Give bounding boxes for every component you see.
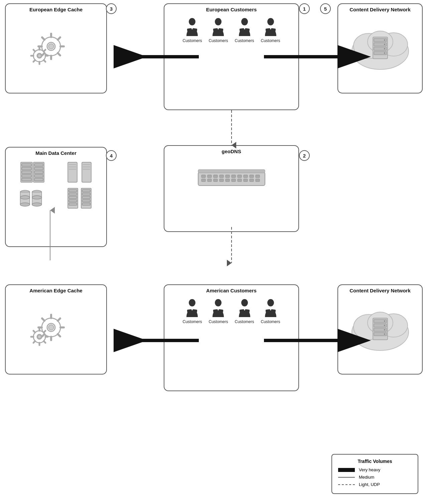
svg-rect-91	[69, 190, 77, 192]
svg-point-167	[384, 320, 385, 322]
person-icon-2	[211, 18, 226, 38]
svg-rect-106	[214, 175, 218, 178]
svg-rect-122	[250, 179, 254, 182]
light-udp-label: Light, UDP	[359, 482, 380, 487]
light-udp-line	[338, 484, 355, 485]
svg-rect-93	[69, 196, 77, 199]
person-icon-a3	[237, 299, 252, 319]
svg-rect-117	[220, 179, 224, 182]
legend-very-heavy: Very heavy	[338, 467, 412, 472]
svg-line-35	[44, 60, 45, 62]
person-label-1: Customers	[182, 38, 202, 43]
medium-line	[338, 477, 355, 478]
svg-rect-99	[82, 196, 90, 199]
person-a2: Customers	[208, 299, 228, 324]
svg-line-24	[58, 53, 60, 55]
diagram-container: European Edge Cache	[0, 0, 425, 504]
svg-rect-67	[22, 178, 31, 181]
svg-rect-75	[69, 164, 76, 165]
svg-point-58	[384, 39, 385, 41]
person-icon-3	[237, 18, 252, 38]
svg-point-169	[384, 329, 385, 330]
person-a4: Customers	[261, 299, 280, 324]
svg-point-46	[267, 18, 274, 25]
svg-point-149	[215, 299, 222, 306]
geodns-title: geoDNS	[164, 146, 298, 156]
american-customers-title: American Customers	[164, 285, 298, 295]
american-customers-content: Customers Customers Customers	[164, 295, 298, 328]
svg-rect-115	[207, 179, 211, 182]
person-label-a2: Customers	[208, 319, 228, 324]
databases	[19, 187, 46, 210]
svg-rect-66	[22, 175, 31, 177]
person-label-2: Customers	[208, 38, 228, 43]
cdn-bottom-title: Content Delivery Network	[338, 285, 422, 295]
server-rack-1	[19, 161, 46, 184]
svg-rect-69	[34, 164, 43, 166]
cdn-bottom-box: Content Delivery Network	[337, 284, 423, 374]
person-a1: Customers	[182, 299, 202, 324]
circle-4: 4	[106, 150, 117, 161]
svg-rect-112	[250, 175, 254, 178]
svg-line-141	[33, 331, 35, 332]
person-label-4: Customers	[261, 38, 280, 43]
svg-rect-104	[201, 175, 205, 178]
svg-rect-95	[69, 203, 77, 205]
geodns-box: geoDNS	[164, 145, 299, 232]
svg-rect-120	[238, 179, 242, 182]
european-customers-title: European Customers	[164, 4, 298, 14]
person-icon-a2	[211, 299, 226, 319]
svg-rect-77	[69, 169, 76, 170]
american-edge-cache-title: American Edge Cache	[6, 285, 106, 295]
svg-point-43	[241, 18, 248, 25]
svg-point-61	[384, 52, 385, 54]
svg-rect-70	[34, 167, 43, 170]
person-a3: Customers	[235, 299, 254, 324]
svg-rect-72	[34, 175, 43, 177]
legend-box: Traffic Volumes Very heavy Medium Light,…	[331, 454, 418, 494]
svg-line-131	[58, 318, 60, 321]
cdn-bottom-icon	[347, 299, 414, 355]
svg-line-23	[42, 53, 44, 55]
svg-rect-111	[244, 175, 248, 178]
svg-point-85	[20, 196, 30, 199]
svg-point-134	[48, 325, 54, 330]
geodns-content	[164, 156, 298, 202]
american-edge-cache-box: American Edge Cache	[5, 284, 107, 374]
svg-line-22	[58, 37, 60, 40]
svg-rect-116	[214, 179, 218, 182]
main-data-center-title: Main Data Center	[6, 148, 106, 157]
svg-point-152	[241, 299, 248, 306]
svg-rect-109	[232, 175, 236, 178]
person-icon-a4	[263, 299, 278, 319]
legend-light-udp: Light, UDP	[338, 482, 412, 487]
european-customers-box: European Customers Customers	[164, 3, 299, 110]
svg-point-145	[38, 335, 41, 338]
svg-line-142	[44, 331, 45, 332]
person-icon-1	[185, 18, 199, 38]
svg-line-130	[42, 318, 44, 321]
cdn-top-icon	[347, 18, 414, 74]
svg-rect-101	[82, 203, 90, 205]
svg-line-33	[44, 50, 45, 51]
american-gears-icon	[29, 301, 83, 354]
person-icon-a1	[185, 299, 199, 319]
circle-3: 3	[106, 3, 117, 14]
svg-point-155	[267, 299, 274, 306]
person-2: Customers	[208, 18, 228, 43]
main-data-center-box: Main Data Center	[5, 147, 107, 247]
european-customers-content: Customers Customers Customers	[164, 14, 298, 47]
cdn-bottom-content	[338, 295, 422, 359]
person-4: Customers	[261, 18, 280, 43]
svg-point-40	[215, 18, 222, 25]
svg-point-146	[189, 299, 195, 306]
svg-rect-65	[22, 171, 31, 174]
american-customers-box: American Customers Customers Custo	[164, 284, 299, 391]
svg-point-84	[20, 203, 30, 206]
gear-content	[6, 14, 106, 79]
svg-rect-63	[22, 164, 31, 166]
svg-rect-108	[226, 175, 230, 178]
european-edge-cache-title: European Edge Cache	[6, 4, 106, 14]
svg-point-59	[384, 44, 385, 45]
svg-rect-123	[256, 179, 260, 182]
